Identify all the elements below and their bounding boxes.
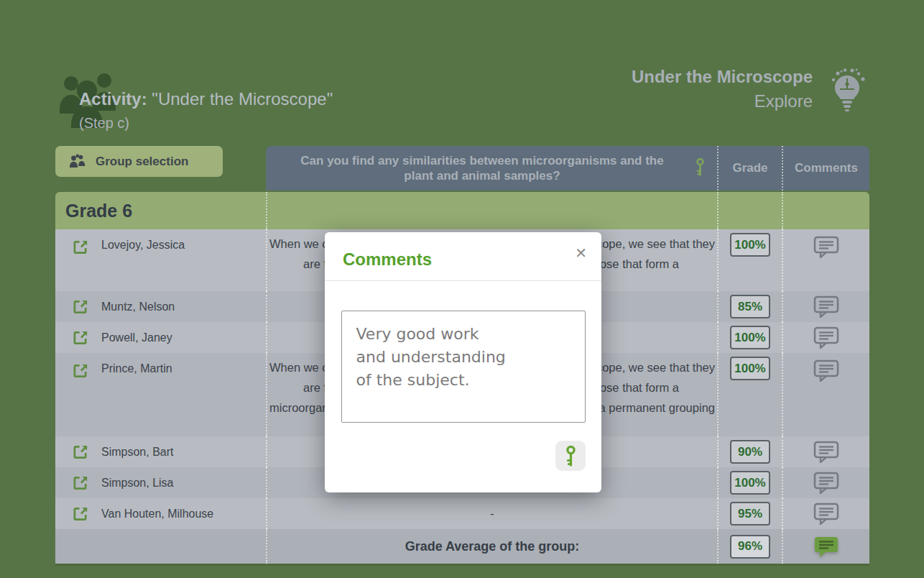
- section-row-grade-6: Grade 6: [55, 192, 869, 229]
- grade-column-header: Grade: [717, 146, 782, 191]
- close-icon[interactable]: ✕: [575, 244, 587, 262]
- app-title: Under the Microscope: [632, 67, 813, 87]
- average-row: Grade Average of the group: 96%: [55, 529, 869, 564]
- student-name: Simpson, Bart: [101, 446, 173, 459]
- student-name: Powell, Janey: [101, 331, 172, 344]
- table-row: Van Houten, Milhouse-95%: [55, 498, 869, 529]
- grade-badge[interactable]: 95%: [730, 502, 770, 526]
- group-selection-label: Group selection: [96, 155, 188, 169]
- student-name: Lovejoy, Jessica: [101, 239, 185, 252]
- comment-icon[interactable]: [813, 503, 839, 525]
- group-selection-button[interactable]: Group selection: [55, 146, 223, 177]
- grade-badge[interactable]: 100%: [730, 471, 770, 495]
- activity-title: "Under the Microscope": [152, 89, 333, 109]
- open-student-icon[interactable]: [73, 329, 89, 346]
- open-student-icon[interactable]: [73, 239, 89, 255]
- question-header: Can you find any similarities between mi…: [266, 146, 717, 191]
- open-student-icon[interactable]: [73, 505, 89, 522]
- app-subtitle: Explore: [632, 91, 813, 111]
- open-student-icon[interactable]: [73, 298, 89, 315]
- modal-title: Comments: [343, 249, 432, 269]
- table-header-row: Group selection Can you find any similar…: [55, 146, 869, 191]
- comments-column-header: Comments: [782, 146, 869, 191]
- comment-textarea[interactable]: Very good work and understanding of the …: [341, 311, 586, 423]
- open-student-icon[interactable]: [73, 444, 89, 460]
- comment-icon[interactable]: [813, 326, 839, 349]
- key-icon: [565, 445, 577, 467]
- key-button[interactable]: [555, 441, 586, 471]
- student-name: Van Houten, Milhouse: [101, 508, 213, 520]
- grade-badge[interactable]: 100%: [730, 233, 770, 257]
- app-heading: Under the Microscope Explore: [632, 67, 867, 114]
- users-icon: [68, 154, 87, 170]
- section-title: Grade 6: [55, 201, 266, 221]
- comments-modal: Comments ✕ Very good work and understand…: [325, 232, 601, 492]
- explore-bulb-icon: [827, 67, 867, 114]
- comment-icon-active[interactable]: [813, 536, 839, 558]
- comment-icon[interactable]: [813, 441, 839, 463]
- average-grade-badge: 96%: [730, 535, 770, 559]
- activity-label: Activity:: [79, 89, 147, 109]
- comment-icon[interactable]: [813, 236, 839, 258]
- comment-icon[interactable]: [813, 472, 839, 494]
- key-icon[interactable]: [695, 157, 706, 180]
- student-name: Prince, Martin: [101, 362, 172, 375]
- answer-cell: -: [266, 498, 717, 529]
- page: Activity: "Under the Microscope" (Step c…: [0, 0, 924, 578]
- comment-icon[interactable]: [813, 295, 839, 318]
- open-student-icon[interactable]: [73, 474, 89, 491]
- open-student-icon[interactable]: [73, 362, 89, 379]
- activity-heading: Activity: "Under the Microscope" (Step c…: [79, 89, 333, 132]
- question-text: Can you find any similarities between mi…: [290, 153, 693, 183]
- grade-badge[interactable]: 85%: [730, 295, 770, 318]
- comment-icon[interactable]: [813, 359, 839, 382]
- average-label: Grade Average of the group:: [266, 529, 717, 564]
- grade-badge[interactable]: 100%: [730, 357, 770, 380]
- student-name: Muntz, Nelson: [101, 301, 175, 313]
- grade-badge[interactable]: 100%: [730, 326, 770, 349]
- student-name: Simpson, Lisa: [101, 477, 174, 490]
- activity-step: (Step c): [79, 115, 333, 132]
- grade-badge[interactable]: 90%: [730, 440, 770, 464]
